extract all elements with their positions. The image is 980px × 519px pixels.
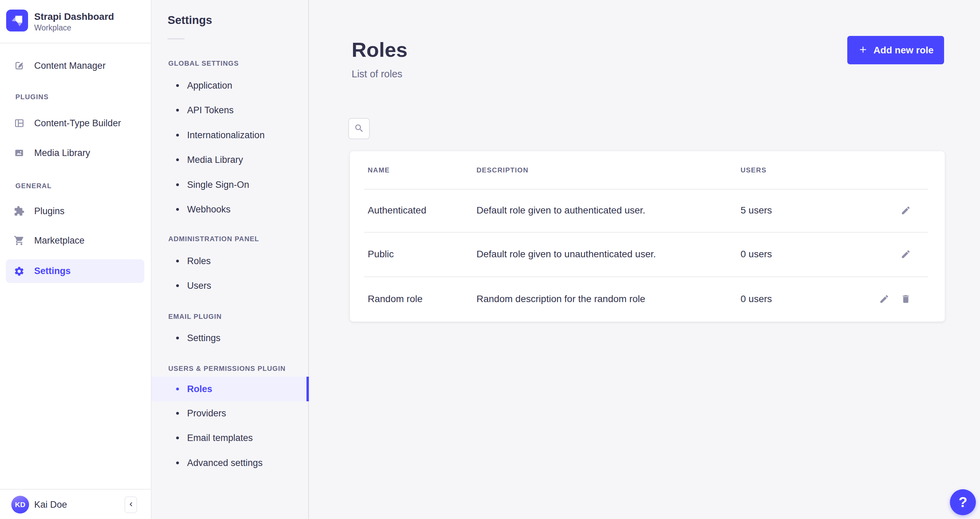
bullet-icon [176, 284, 179, 287]
main-content: Roles List of roles Add new role NAME DE… [309, 0, 980, 519]
sidebar-section-general: GENERAL [15, 181, 52, 191]
question-mark-icon: ? [958, 494, 967, 511]
sidebar-item-label: Content-Type Builder [34, 118, 121, 129]
role-users-cell: 0 users [741, 249, 856, 260]
sidebar-item-settings[interactable]: Settings [6, 260, 144, 283]
sidebar-item-label: Settings [34, 266, 71, 277]
add-new-role-label: Add new role [873, 45, 934, 56]
subnav-item-providers[interactable]: Providers [151, 401, 308, 426]
puzzle-icon [14, 205, 25, 217]
bullet-icon [176, 388, 179, 390]
sidebar-item-marketplace[interactable]: Marketplace [0, 229, 151, 253]
subnav-section-administration-panel: ADMINISTRATION PANEL [168, 234, 259, 244]
add-new-role-button[interactable]: Add new role [847, 36, 944, 64]
sidebar-item-label: Marketplace [34, 236, 84, 246]
delete-role-button[interactable] [900, 294, 911, 304]
table-header-row: NAME DESCRIPTION USERS [350, 151, 945, 189]
chevron-left-icon [127, 500, 135, 509]
table-row[interactable]: Public Default role given to unauthentic… [350, 232, 945, 277]
role-name-cell: Random role [368, 293, 476, 304]
subnav-divider [168, 38, 185, 39]
edit-role-button[interactable] [900, 205, 911, 215]
brand-home-link[interactable]: Strapi Dashboard Workplace [0, 0, 151, 43]
main-sidebar: Strapi Dashboard Workplace Content Manag… [0, 0, 151, 519]
subnav-section-email-plugin: EMAIL PLUGIN [168, 312, 222, 321]
user-avatar[interactable]: KD [11, 496, 29, 514]
search-button[interactable] [348, 118, 370, 139]
subnav-item-application[interactable]: Application [151, 73, 308, 98]
subnav-item-advanced-settings[interactable]: Advanced settings [151, 451, 308, 475]
bullet-icon [176, 183, 179, 186]
bullet-icon [176, 260, 179, 263]
strapi-admin-app: Strapi Dashboard Workplace Content Manag… [0, 0, 980, 519]
bullet-icon [176, 462, 179, 464]
role-name-cell: Authenticated [368, 205, 476, 216]
table-row[interactable]: Authenticated Default role given to auth… [350, 189, 945, 232]
shopping-cart-icon [14, 235, 25, 246]
settings-subnav: Settings GLOBAL SETTINGS Application API… [151, 0, 309, 519]
row-actions [856, 205, 911, 215]
page-subtitle: List of roles [352, 68, 402, 80]
role-users-cell: 0 users [741, 293, 856, 304]
edit-icon [900, 249, 911, 260]
sidebar-item-label: Plugins [34, 206, 65, 217]
subnav-title: Settings [168, 14, 212, 27]
edit-icon [900, 205, 911, 215]
search-icon [354, 123, 364, 134]
bullet-icon [176, 84, 179, 87]
bullet-icon [176, 337, 179, 339]
brand-title: Strapi Dashboard [34, 11, 114, 22]
sidebar-item-media-library[interactable]: Media Library [0, 141, 151, 165]
subnav-item-admin-roles[interactable]: Roles [151, 249, 308, 273]
subnav-item-email-settings[interactable]: Settings [151, 326, 308, 350]
subnav-item-internationalization[interactable]: Internationalization [151, 123, 308, 148]
bullet-icon [176, 436, 179, 439]
row-actions [856, 294, 911, 304]
sidebar-footer: KD Kai Doe [0, 489, 151, 519]
role-users-cell: 5 users [741, 205, 856, 216]
help-button[interactable]: ? [950, 489, 976, 515]
sidebar-item-label: Content Manager [34, 60, 106, 71]
subnav-section-users-permissions-plugin: USERS & PERMISSIONS PLUGIN [168, 364, 286, 373]
sidebar-section-plugins: PLUGINS [15, 92, 49, 102]
bullet-icon [176, 208, 179, 211]
column-header-description: DESCRIPTION [476, 166, 741, 174]
subnav-item-admin-users[interactable]: Users [151, 273, 308, 298]
subnav-item-api-tokens[interactable]: API Tokens [151, 98, 308, 123]
subnav-item-webhooks[interactable]: Webhooks [151, 197, 308, 222]
bullet-icon [176, 109, 179, 111]
edit-icon [879, 294, 889, 304]
role-description-cell: Random description for the random role [476, 293, 741, 304]
bullet-icon [176, 412, 179, 415]
plus-icon [858, 45, 868, 56]
subnav-item-email-templates[interactable]: Email templates [151, 426, 308, 450]
subnav-item-up-roles[interactable]: Roles [151, 377, 309, 401]
sidebar-item-content-manager[interactable]: Content Manager [0, 54, 151, 78]
column-header-users: USERS [741, 166, 856, 174]
subnav-item-media-library[interactable]: Media Library [151, 148, 308, 172]
edit-role-button[interactable] [900, 249, 911, 260]
content-type-builder-icon [14, 118, 25, 129]
sidebar-item-label: Media Library [34, 148, 90, 158]
edit-role-button[interactable] [879, 294, 889, 304]
table-row[interactable]: Random role Random description for the r… [350, 277, 945, 322]
role-name-cell: Public [368, 249, 476, 260]
gear-icon [14, 266, 25, 277]
bullet-icon [176, 134, 179, 137]
subnav-section-global-settings: GLOBAL SETTINGS [168, 59, 239, 68]
media-library-icon [14, 148, 25, 158]
row-actions [856, 249, 911, 260]
column-header-name: NAME [368, 166, 476, 174]
collapse-sidebar-button[interactable] [124, 497, 137, 513]
roles-table: NAME DESCRIPTION USERS Authenticated Def… [350, 151, 945, 322]
subnav-item-single-sign-on[interactable]: Single Sign-On [151, 172, 308, 197]
strapi-logo-icon [6, 10, 28, 32]
brand-workspace: Workplace [34, 23, 71, 32]
role-description-cell: Default role given to unauthenticated us… [476, 249, 741, 260]
sidebar-item-content-type-builder[interactable]: Content-Type Builder [0, 111, 151, 135]
sidebar-item-plugins[interactable]: Plugins [0, 199, 151, 223]
bullet-icon [176, 158, 179, 161]
user-name: Kai Doe [34, 490, 67, 519]
content-manager-icon [14, 60, 25, 71]
role-description-cell: Default role given to authenticated user… [476, 205, 741, 216]
